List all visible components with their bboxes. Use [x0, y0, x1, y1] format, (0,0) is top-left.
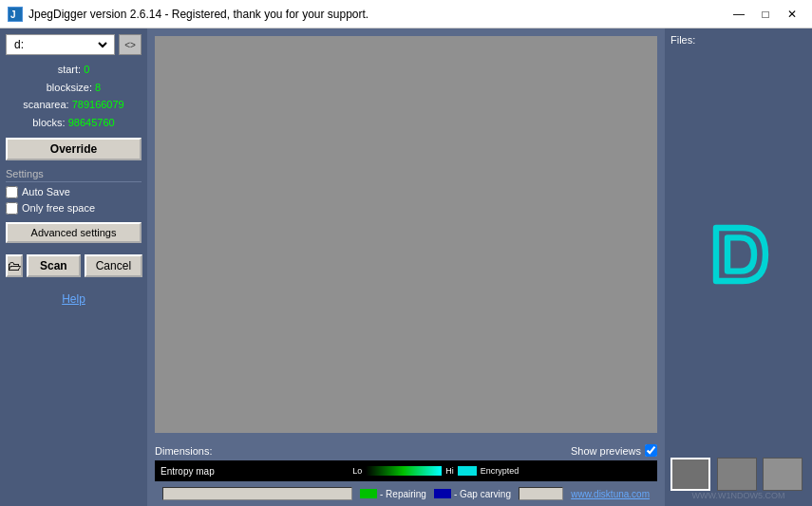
window-title: JpegDigger version 2.6.14 - Registered, …	[28, 8, 727, 21]
repairing-color	[360, 489, 377, 498]
repairing-legend: - Repairing	[360, 489, 426, 499]
blocks-label: blocks:	[32, 117, 65, 128]
blocksize-info: blocksize: 8	[6, 79, 142, 97]
file-thumb[interactable]	[670, 458, 710, 491]
file-thumb[interactable]	[763, 458, 803, 491]
blocks-value: 98645760	[68, 117, 115, 128]
drive-selector[interactable]: d:	[6, 34, 115, 55]
center-bottom: Dimensions: Show previews Entropy map Lo…	[147, 440, 665, 506]
entropy-container: Entropy map Lo Hi Encrypted	[155, 460, 657, 481]
only-free-space-row[interactable]: Only free space	[6, 202, 142, 215]
auto-save-row[interactable]: Auto Save	[6, 186, 142, 198]
entropy-hi: Hi	[445, 466, 454, 476]
blocksize-value: 8	[95, 82, 101, 93]
scan-button[interactable]: Scan	[27, 254, 81, 277]
dimensions-row: Dimensions: Show previews	[155, 444, 657, 457]
scanarea-value: 789166079	[72, 99, 124, 110]
gap-color	[434, 489, 451, 498]
cancel-button[interactable]: Cancel	[85, 254, 142, 277]
main-layout: d: <> start: 0 blocksize: 8 scanarea: 78…	[0, 28, 812, 506]
file-thumb[interactable]	[717, 458, 757, 491]
website-link[interactable]: www.disktuna.com	[571, 489, 650, 499]
dimensions-label: Dimensions:	[155, 445, 213, 457]
blocksize-label: blocksize:	[47, 82, 92, 93]
entropy-gradient	[366, 466, 442, 476]
encrypted-label: Encrypted	[481, 466, 519, 476]
center-area: Dimensions: Show previews Entropy map Lo…	[147, 28, 665, 506]
scan-controls: 🗁 Scan Cancel	[6, 254, 142, 277]
scan-info: start: 0 blocksize: 8 scanarea: 78916607…	[6, 59, 142, 134]
only-free-space-label: Only free space	[22, 202, 95, 214]
help-link[interactable]: Help	[6, 292, 142, 306]
left-panel: d: <> start: 0 blocksize: 8 scanarea: 78…	[0, 28, 147, 506]
show-previews-checkbox[interactable]	[645, 444, 657, 457]
entropy-label: Entropy map	[155, 466, 215, 477]
show-previews-row: Show previews	[571, 444, 657, 457]
code-button[interactable]: <>	[119, 34, 142, 55]
preview-area	[155, 36, 657, 433]
minimize-button[interactable]: —	[727, 4, 751, 25]
app-icon: J	[8, 7, 23, 22]
scanarea-label: scanarea:	[23, 99, 68, 110]
gap-carving-label: - Gap carving	[454, 489, 511, 499]
title-bar: J JpegDigger version 2.6.14 - Registered…	[0, 0, 812, 28]
gap-carving-legend: - Gap carving	[434, 489, 511, 499]
folder-icon: 🗁	[8, 258, 21, 273]
show-previews-label: Show previews	[571, 445, 641, 457]
repairing-label: - Repairing	[380, 489, 426, 499]
auto-save-checkbox[interactable]	[6, 186, 18, 198]
blocks-info: blocks: 98645760	[6, 114, 142, 132]
legend-row: - Repairing - Gap carving www.disktuna.c…	[155, 485, 657, 502]
auto-save-label: Auto Save	[22, 186, 70, 197]
encrypted-bar	[458, 466, 477, 476]
maximize-button[interactable]: □	[753, 4, 778, 25]
override-button[interactable]: Override	[6, 138, 142, 160]
only-free-space-checkbox[interactable]	[6, 202, 18, 215]
advanced-settings-button[interactable]: Advanced settings	[6, 222, 142, 243]
start-label: start:	[58, 64, 81, 75]
files-label: Files:	[670, 34, 806, 46]
entropy-lo: Lo	[352, 466, 362, 476]
settings-label: Settings	[6, 168, 142, 182]
drive-row: d: <>	[6, 34, 142, 55]
close-button[interactable]: ✕	[780, 4, 804, 25]
watermark: WWW.W1NDOW5.COM	[670, 491, 806, 500]
files-preview-area	[670, 458, 806, 491]
right-panel: Files: WWW.W1NDOW5.COM	[665, 28, 812, 506]
start-value: 0	[84, 64, 89, 75]
extra-bar	[519, 487, 563, 500]
progress-bar	[162, 487, 352, 500]
folder-button[interactable]: 🗁	[6, 254, 23, 277]
svg-text:J: J	[10, 9, 16, 20]
scanarea-info: scanarea: 789166079	[6, 96, 142, 114]
entropy-bar-area: Lo Hi Encrypted	[215, 466, 657, 476]
brand-logo-svg	[701, 216, 777, 292]
window-controls: — □ ✕	[727, 4, 804, 25]
start-info: start: 0	[6, 61, 142, 79]
drive-dropdown[interactable]: d:	[10, 37, 110, 52]
d-logo	[670, 51, 806, 458]
